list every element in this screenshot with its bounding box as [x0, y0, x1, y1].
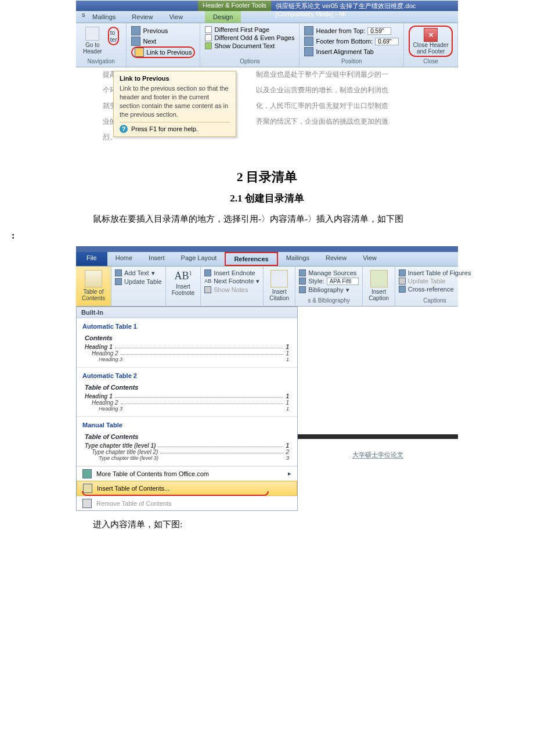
insert-caption-button[interactable]: Insert Caption [366, 269, 391, 303]
screenshot-references: File Home Insert Page Layout References … [75, 246, 459, 512]
footer-from-bottom-field[interactable]: Footer from Bottom:0.69" [304, 36, 399, 46]
figures-icon [399, 269, 406, 276]
footer-bottom-icon [304, 37, 313, 46]
previous-button[interactable]: Previous [131, 26, 195, 36]
tab-references[interactable]: References [225, 252, 277, 266]
show-notes-button[interactable]: Show Notes [204, 286, 259, 294]
tab-insert[interactable]: Insert [140, 252, 173, 266]
header-from-top-field[interactable]: Header from Top:0.59" [304, 26, 399, 36]
help-icon: ? [120, 125, 128, 133]
update-table-button[interactable]: Update Table [115, 278, 162, 286]
citation-icon [270, 270, 288, 287]
group-navigation: Go to Header to ter Navigation [76, 23, 127, 67]
style-icon [299, 278, 306, 285]
different-odd-even-checkbox[interactable]: Different Odd & Even Pages [205, 34, 294, 42]
update-table-2-button[interactable]: Update Table [399, 277, 471, 285]
group-label-close: Close [409, 58, 453, 64]
style-dropdown[interactable]: Style: APA Fiftl [299, 277, 359, 286]
ribbon-tabs-2: File Home Insert Page Layout References … [76, 252, 458, 267]
office-icon [82, 469, 92, 478]
footnote-side-group: Insert Endnote ABNext Footnote ▾ Show No… [201, 267, 264, 306]
toc-preview-1: Contents Heading 11 Heading 21 Heading 3… [77, 331, 297, 368]
different-first-page-checkbox[interactable]: Different First Page [205, 26, 294, 34]
tab-mailings[interactable]: Mailings [84, 11, 124, 23]
screenshot-header-footer: Header & Footer Tools 供应链天系论文 ver05 去掉了生… [75, 0, 459, 154]
footnote-button-group: AB1Insert Footnote [166, 267, 201, 306]
remove-toc-menuitem[interactable]: Remove Table of Contents [77, 496, 297, 510]
link-to-previous-button[interactable]: Link to Previous [131, 46, 195, 58]
toc-icon [85, 270, 102, 287]
bib-icon [299, 286, 306, 293]
document-area: Link to Previous Link to the previous se… [76, 67, 458, 154]
toc-option-manual[interactable]: Manual Table [77, 417, 297, 430]
toc-preview-2: Table of Contents Heading 11 Heading 21 … [77, 380, 297, 417]
close-header-footer-button[interactable]: Close Header and Footer [413, 42, 449, 55]
previous-icon [131, 26, 140, 35]
group-nav-links: Previous Next Link to Previous [127, 23, 200, 67]
tooltip-link-previous: Link to Previous Link to the previous se… [113, 71, 236, 137]
show-document-text-checkbox[interactable]: Show Document Text [205, 42, 294, 50]
caption-button-group: Insert Caption [363, 267, 395, 306]
insert-footnote-button[interactable]: AB1Insert Footnote [169, 269, 197, 297]
ribbon-design: Go to Header to ter Navigation Previous … [76, 23, 458, 67]
next-footnote-button[interactable]: ABNext Footnote ▾ [204, 277, 259, 286]
remove-toc-icon [82, 499, 92, 508]
heading-2: 2 目录清单 [75, 168, 459, 186]
paragraph-1: 鼠标放在要插入目录清单的地方，选择引用-〉内容清单-〉插入内容清单，如下图 [75, 212, 459, 227]
more-toc-menuitem[interactable]: More Table of Contents from Office.com▸ [77, 466, 297, 481]
update-icon [115, 278, 122, 285]
insert-citation-button[interactable]: Insert Citation [267, 269, 291, 303]
update2-icon [399, 278, 406, 285]
tab-home[interactable]: Home [107, 252, 140, 266]
close-icon: ✕ [424, 28, 438, 42]
toc-option-auto2[interactable]: Automatic Table 2 [77, 368, 297, 380]
next-icon [131, 37, 140, 46]
group-label-position: Position [304, 58, 399, 64]
group-options: Different First Page Different Odd & Eve… [200, 23, 300, 67]
tooltip-title: Link to Previous [120, 75, 230, 82]
tab-review-2[interactable]: Review [317, 252, 355, 266]
group-label-citations: s & Bibliography [299, 297, 359, 304]
toc-option-auto1[interactable]: Automatic Table 1 [77, 318, 297, 331]
insert-endnote-button[interactable]: Insert Endnote [204, 269, 259, 277]
group-label-captions: Captions [399, 297, 471, 304]
alignment-tab-icon [304, 47, 313, 56]
group-label-options: Options [205, 58, 294, 64]
insert-toc-menuitem[interactable]: Insert Table of Contents... [77, 481, 297, 496]
cross-icon [399, 286, 406, 293]
add-text-icon [115, 269, 122, 276]
citation-side-group: Manage Sources Style: APA Fiftl Bibliogr… [295, 267, 363, 306]
tab-page-layout[interactable]: Page Layout [173, 252, 225, 266]
manage-icon [299, 269, 306, 276]
manage-sources-button[interactable]: Manage Sources [299, 269, 359, 277]
heading-2-1: 2.1 创建目录清单 [75, 192, 459, 205]
tab-mailings-2[interactable]: Mailings [278, 252, 317, 266]
document-title: 供应链天系论文 ver05 去掉了生产绩效旧维度.doc [Compatibil… [271, 1, 458, 11]
tab-file[interactable]: File [76, 252, 107, 266]
contextual-tab-label: Header & Footer Tools [198, 1, 271, 11]
tab-design[interactable]: Design [205, 11, 241, 23]
toc-dropdown-header: Built-In [77, 307, 297, 318]
bibliography-button[interactable]: Bibliography ▾ [299, 286, 359, 294]
paragraph-2: 进入内容清单，如下图: [75, 517, 459, 532]
tooltip-help-text: Press F1 for more help. [131, 125, 198, 132]
link-icon [135, 48, 144, 57]
tab-view[interactable]: View [161, 11, 191, 23]
cross-reference-button[interactable]: Cross-reference [399, 285, 471, 293]
document-thumbnail: 大学硕士学位论文 [298, 439, 458, 471]
toc-preview-3: Table of Contents Type chapter title (le… [77, 430, 297, 466]
toc-dropdown: Built-In Automatic Table 1 Contents Head… [76, 307, 298, 511]
insert-table-figures-button[interactable]: Insert Table of Figures [399, 269, 471, 277]
tooltip-body: Link to the previous section so that the… [120, 84, 230, 118]
tab-view-2[interactable]: View [355, 252, 385, 266]
add-text-button[interactable]: Add Text ▾ [115, 269, 162, 278]
show-notes-icon [204, 286, 211, 293]
caption-icon [370, 270, 388, 287]
tab-review[interactable]: Review [124, 11, 161, 23]
citation-button-group: Insert Citation [264, 267, 295, 306]
goto-header-button[interactable]: Go to Header [81, 26, 104, 56]
goto-footer-button[interactable]: to ter [106, 26, 122, 56]
insert-alignment-tab-button[interactable]: Insert Alignment Tab [304, 46, 399, 57]
next-button[interactable]: Next [131, 36, 195, 46]
table-of-contents-button[interactable]: Table of Contents [80, 269, 107, 303]
